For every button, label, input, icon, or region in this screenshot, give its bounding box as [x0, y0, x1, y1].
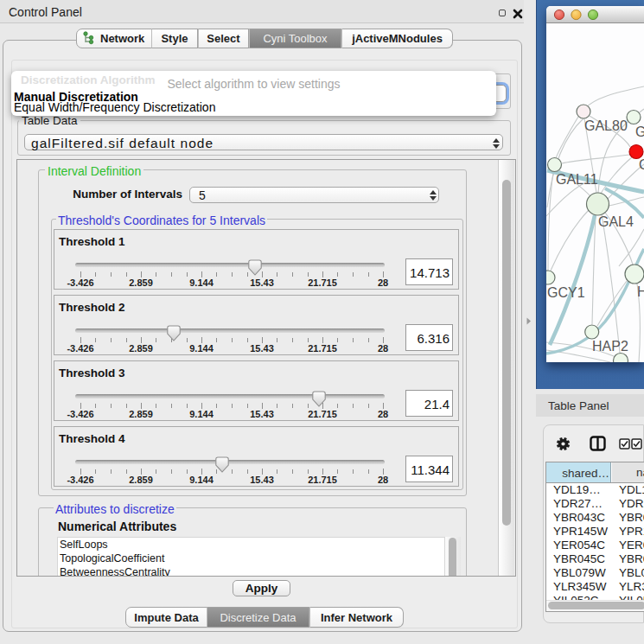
svg-text:H: H	[637, 284, 644, 299]
svg-text:GA: GA	[635, 124, 644, 139]
svg-text:GCY1: GCY1	[547, 285, 585, 300]
svg-text:C: C	[639, 157, 644, 172]
svg-text:GAL11: GAL11	[556, 172, 598, 187]
svg-text:GAL80: GAL80	[584, 118, 628, 133]
svg-text:GAL4: GAL4	[598, 214, 634, 229]
svg-text:HAP2: HAP2	[592, 339, 628, 354]
